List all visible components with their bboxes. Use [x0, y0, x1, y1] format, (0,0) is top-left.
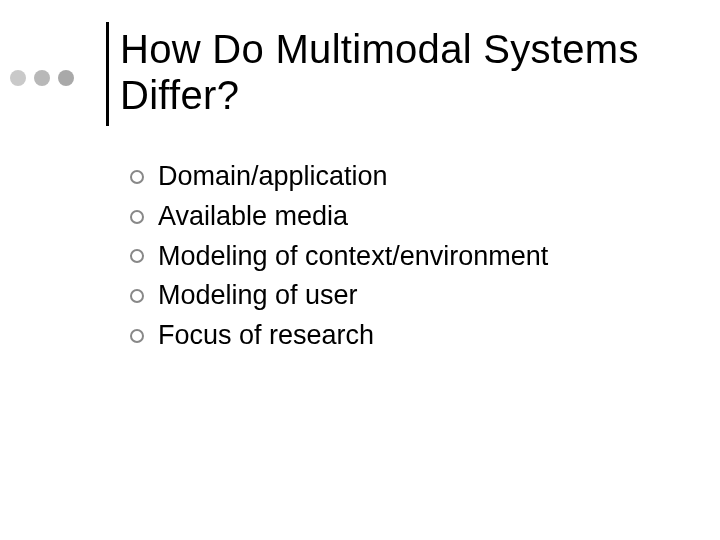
list-item-label: Domain/application — [158, 160, 388, 194]
hollow-circle-icon — [130, 210, 144, 224]
hollow-circle-icon — [130, 329, 144, 343]
list-item: Domain/application — [130, 160, 690, 194]
hollow-circle-icon — [130, 289, 144, 303]
dot-icon — [34, 70, 50, 86]
list-item-label: Modeling of user — [158, 279, 358, 313]
list-item: Available media — [130, 200, 690, 234]
decorative-dots — [10, 70, 74, 86]
list-item: Modeling of user — [130, 279, 690, 313]
list-item-label: Available media — [158, 200, 348, 234]
list-item: Focus of research — [130, 319, 690, 353]
list-item: Modeling of context/environment — [130, 240, 690, 274]
hollow-circle-icon — [130, 170, 144, 184]
dot-icon — [10, 70, 26, 86]
slide: How Do Multimodal Systems Differ? Domain… — [0, 0, 720, 540]
list-item-label: Modeling of context/environment — [158, 240, 548, 274]
vertical-divider — [106, 22, 109, 126]
hollow-circle-icon — [130, 249, 144, 263]
slide-body: Domain/application Available media Model… — [130, 160, 690, 359]
dot-icon — [58, 70, 74, 86]
slide-header: How Do Multimodal Systems Differ? — [0, 22, 720, 132]
list-item-label: Focus of research — [158, 319, 374, 353]
slide-title: How Do Multimodal Systems Differ? — [120, 26, 680, 118]
